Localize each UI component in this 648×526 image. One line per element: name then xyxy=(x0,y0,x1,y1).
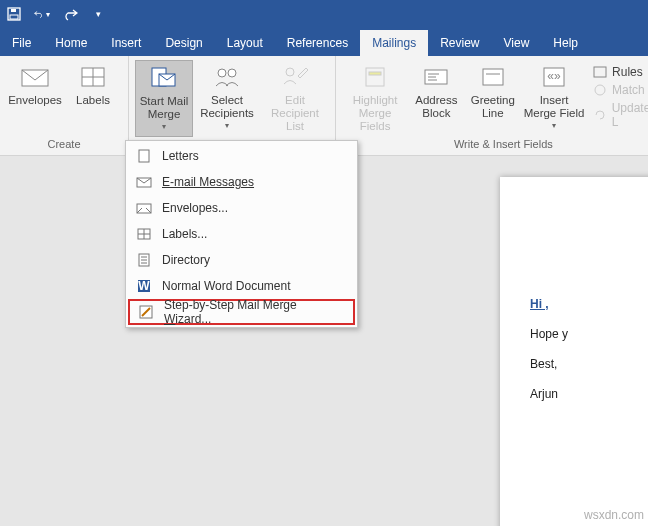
svg-point-9 xyxy=(218,69,226,77)
tab-design[interactable]: Design xyxy=(153,30,214,56)
select-recipients-button[interactable]: Select Recipients ▾ xyxy=(193,60,261,135)
wizard-icon xyxy=(138,304,154,320)
tab-help[interactable]: Help xyxy=(541,30,590,56)
tab-mailings[interactable]: Mailings xyxy=(360,30,428,56)
tab-file[interactable]: File xyxy=(0,30,43,56)
start-mail-merge-button[interactable]: Start Mail Merge ▾ xyxy=(135,60,193,137)
tab-home[interactable]: Home xyxy=(43,30,99,56)
document-page[interactable]: Hi , Hope y Best, Arjun xyxy=(500,177,648,526)
edit-recipient-button[interactable]: Edit Recipient List xyxy=(261,60,329,138)
tab-references[interactable]: References xyxy=(275,30,360,56)
highlight-icon xyxy=(360,64,390,90)
envelopes-button[interactable]: Envelopes xyxy=(6,60,64,111)
qat-customize-icon[interactable]: ▾ xyxy=(90,6,106,22)
greeting-line-button[interactable]: Greeting Line xyxy=(465,60,521,124)
labels-button[interactable]: Labels xyxy=(64,60,122,111)
svg-rect-1 xyxy=(10,15,18,19)
group-create: Envelopes Labels Create xyxy=(0,56,129,155)
quick-access-toolbar: ▾ ▾ xyxy=(0,0,648,28)
svg-rect-13 xyxy=(369,72,381,75)
svg-rect-24 xyxy=(139,150,149,162)
edit-recipient-label: Edit Recipient List xyxy=(263,94,327,134)
doc-greeting: Hi , xyxy=(530,297,549,311)
envelopes-label: Envelopes xyxy=(8,94,62,107)
doc-line-name: Arjun xyxy=(530,387,648,401)
svg-rect-2 xyxy=(11,9,16,12)
menu-normal-doc[interactable]: W Normal Word Document xyxy=(128,273,355,299)
save-icon[interactable] xyxy=(6,6,22,22)
start-mail-merge-menu: Letters E-mail Messages Envelopes... Lab… xyxy=(125,140,358,328)
match-fields-button[interactable]: Match Fi xyxy=(591,82,648,98)
rules-button[interactable]: Rules ▾ xyxy=(591,64,648,80)
recipients-icon xyxy=(212,64,242,90)
menu-envelopes[interactable]: Envelopes... xyxy=(128,195,355,221)
highlight-fields-button[interactable]: Highlight Merge Fields xyxy=(342,60,408,138)
svg-point-11 xyxy=(286,68,294,76)
redo-icon[interactable] xyxy=(62,6,78,22)
doc-line-hope: Hope y xyxy=(530,327,648,341)
menu-letters[interactable]: Letters xyxy=(128,143,355,169)
insert-field-label: Insert Merge Field xyxy=(523,94,585,120)
svg-rect-26 xyxy=(137,204,151,213)
svg-rect-22 xyxy=(594,67,606,77)
word-icon: W xyxy=(136,278,152,294)
rules-icon xyxy=(593,65,607,79)
menu-email[interactable]: E-mail Messages xyxy=(128,169,355,195)
select-recipients-label: Select Recipients xyxy=(195,94,259,120)
menu-wizard[interactable]: Step-by-Step Mail Merge Wizard... xyxy=(128,299,355,325)
address-label: Address Block xyxy=(410,94,462,120)
labels-label: Labels xyxy=(76,94,110,107)
greeting-icon xyxy=(478,64,508,90)
svg-text:«»: «» xyxy=(547,69,561,83)
doc-line-best: Best, xyxy=(530,357,648,371)
tab-insert[interactable]: Insert xyxy=(99,30,153,56)
svg-point-23 xyxy=(595,85,605,95)
tab-layout[interactable]: Layout xyxy=(215,30,275,56)
update-labels-button[interactable]: Update L xyxy=(591,100,648,130)
svg-rect-18 xyxy=(483,69,503,85)
group-write-insert: Highlight Merge Fields Address Block Gre… xyxy=(336,56,648,155)
greeting-label: Greeting Line xyxy=(467,94,519,120)
edit-list-icon xyxy=(280,64,310,90)
address-icon xyxy=(421,64,451,90)
dropdown-icon: ▾ xyxy=(225,121,229,130)
ribbon-tabs: File Home Insert Design Layout Reference… xyxy=(0,28,648,56)
menu-directory[interactable]: Directory xyxy=(128,247,355,273)
dropdown-icon: ▾ xyxy=(162,122,166,131)
letter-icon xyxy=(136,148,152,164)
group-create-label: Create xyxy=(47,138,80,153)
svg-rect-12 xyxy=(366,68,384,86)
labels-icon xyxy=(78,64,108,90)
start-mail-merge-label: Start Mail Merge xyxy=(138,95,190,121)
rules-column: Rules ▾ Match Fi Update L xyxy=(587,60,648,134)
svg-point-10 xyxy=(228,69,236,77)
menu-labels[interactable]: Labels... xyxy=(128,221,355,247)
highlight-label: Highlight Merge Fields xyxy=(344,94,406,134)
match-icon xyxy=(593,83,607,97)
update-icon xyxy=(593,108,607,122)
insert-merge-field-button[interactable]: «» Insert Merge Field ▾ xyxy=(521,60,587,135)
labels-icon xyxy=(136,226,152,242)
address-block-button[interactable]: Address Block xyxy=(408,60,464,124)
undo-icon[interactable]: ▾ xyxy=(34,6,50,22)
svg-text:W: W xyxy=(138,279,150,293)
directory-icon xyxy=(136,252,152,268)
tab-view[interactable]: View xyxy=(492,30,542,56)
group-write-label: Write & Insert Fields xyxy=(454,138,553,153)
tab-review[interactable]: Review xyxy=(428,30,491,56)
envelope-icon xyxy=(136,200,152,216)
watermark: wsxdn.com xyxy=(584,508,644,522)
email-icon xyxy=(136,174,152,190)
insert-field-icon: «» xyxy=(539,64,569,90)
envelope-icon xyxy=(20,64,50,90)
mail-merge-icon xyxy=(149,65,179,91)
dropdown-icon: ▾ xyxy=(552,121,556,130)
